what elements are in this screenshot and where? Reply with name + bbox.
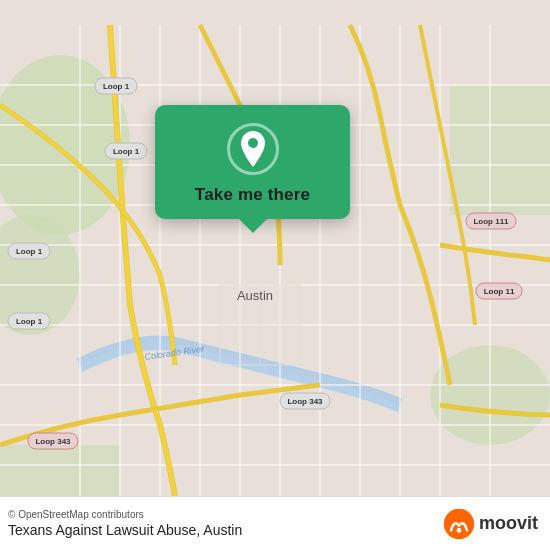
moovit-logo[interactable]: moovit (443, 508, 538, 540)
svg-text:Loop 1: Loop 1 (113, 147, 140, 156)
moovit-logo-icon (443, 508, 475, 540)
location-pin-icon (238, 131, 268, 167)
svg-text:Loop 11: Loop 11 (484, 287, 515, 296)
svg-point-53 (248, 138, 258, 148)
attribution-text: © OpenStreetMap contributors (8, 509, 242, 520)
svg-text:Loop 1: Loop 1 (16, 247, 43, 256)
svg-text:Austin: Austin (237, 288, 273, 303)
svg-point-55 (457, 528, 462, 533)
map-background: Loop 1 Loop 1 Loop 1 Loop 1 Loop 111 Loo… (0, 0, 550, 550)
location-icon-wrapper (227, 123, 279, 175)
svg-rect-3 (450, 85, 550, 215)
bottom-left: © OpenStreetMap contributors Texans Agai… (8, 509, 242, 538)
bottom-bar: © OpenStreetMap contributors Texans Agai… (0, 496, 550, 550)
svg-text:Loop 111: Loop 111 (473, 217, 509, 226)
popup-label: Take me there (195, 185, 310, 205)
svg-text:Loop 343: Loop 343 (35, 437, 71, 446)
svg-text:Loop 343: Loop 343 (287, 397, 323, 406)
moovit-text: moovit (479, 513, 538, 534)
svg-text:Loop 1: Loop 1 (103, 82, 130, 91)
svg-text:Loop 1: Loop 1 (16, 317, 43, 326)
popup-card[interactable]: Take me there (155, 105, 350, 219)
map-container: Loop 1 Loop 1 Loop 1 Loop 1 Loop 111 Loo… (0, 0, 550, 550)
place-name-text: Texans Against Lawsuit Abuse, Austin (8, 522, 242, 538)
